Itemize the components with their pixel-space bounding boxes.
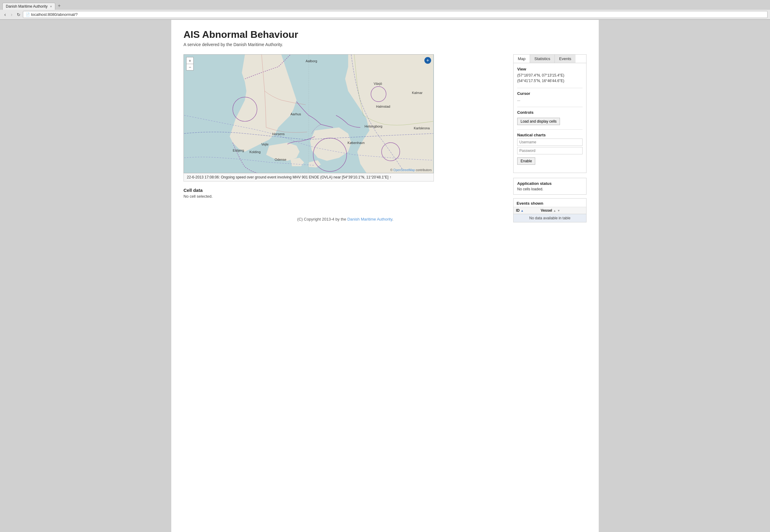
footer: (C) Copyright 2013-4 by the Danish Marit… — [183, 217, 507, 228]
svg-text:Aalborg: Aalborg — [306, 59, 317, 63]
cell-data-value: No cell selected. — [183, 194, 507, 199]
back-button[interactable]: ‹ — [2, 11, 8, 18]
attribution-suffix: contributors — [415, 168, 432, 172]
view-line1: (57°16'07.4"N, 07°13'15.4"E) — [517, 73, 583, 78]
username-input[interactable] — [517, 138, 583, 146]
svg-text:Kalmar: Kalmar — [412, 91, 423, 95]
view-line2: (54°41'17.5"N, 16°46'44.6"E) — [517, 78, 583, 84]
id-sort-arrow: ▲ — [520, 209, 523, 212]
svg-text:Helsingborg: Helsingborg — [365, 124, 382, 128]
panel-tabs: Map Statistics Events — [513, 54, 587, 63]
map-attribution: © OpenStreetMap contributors — [390, 168, 432, 172]
svg-text:København: København — [347, 141, 365, 145]
status-message: 22-6-2013 17:08:06: Ongoing speed over g… — [187, 175, 391, 179]
left-panel: Aalborg Växjö Halmstad Kalmar Aarhus Hel… — [183, 54, 507, 228]
divider-3 — [517, 129, 583, 130]
cell-data-title: Cell data — [183, 188, 507, 193]
zoom-out-button[interactable]: − — [186, 64, 194, 70]
events-shown-title: Events shown — [513, 199, 586, 207]
panel-body: View (57°16'07.4"N, 07°13'15.4"E) (54°41… — [513, 63, 587, 173]
password-input[interactable] — [517, 147, 583, 154]
page-icon: 📄 — [26, 13, 30, 16]
tab-title: Danish Maritime Authority — [6, 4, 48, 9]
map-svg: Aalborg Växjö Halmstad Kalmar Aarhus Hel… — [184, 55, 434, 173]
events-table: ID ▲ Vessel ▲ ▼ — [513, 207, 586, 222]
cursor-title: Cursor — [517, 91, 583, 96]
browser-chrome: Danish Maritime Authority × + ‹ › ↻ 📄 lo… — [0, 0, 770, 20]
view-section: View (57°16'07.4"N, 07°13'15.4"E) (54°41… — [517, 67, 583, 84]
attribution-prefix: © — [390, 168, 393, 172]
map-container[interactable]: Aalborg Växjö Halmstad Kalmar Aarhus Hel… — [183, 54, 434, 173]
events-col-vessel[interactable]: Vessel ▲ ▼ — [538, 207, 586, 214]
events-table-header-row: ID ▲ Vessel ▲ ▼ — [513, 207, 586, 214]
svg-text:Växjö: Växjö — [374, 82, 382, 85]
browser-tab[interactable]: Danish Maritime Authority × — [2, 3, 55, 10]
footer-text-before: (C) Copyright 2013-4 by the — [297, 217, 347, 221]
forward-button[interactable]: › — [9, 11, 14, 18]
map-expand-button[interactable]: + — [424, 57, 431, 64]
controls-title: Controls — [517, 110, 583, 115]
svg-text:Halmstad: Halmstad — [376, 105, 390, 108]
url-text: localhost:8080/abnormal/? — [31, 12, 78, 17]
events-section: Events shown ID ▲ Vessel ▲ — [513, 198, 587, 222]
footer-link[interactable]: Danish Maritime Authority — [347, 217, 392, 221]
vessel-sort-down[interactable]: ▼ — [557, 209, 560, 212]
osm-link[interactable]: OpenStreetMap — [393, 168, 415, 172]
svg-text:Karlskrona: Karlskrona — [414, 126, 430, 130]
page-subtitle: A service delivered by the Danish Mariti… — [183, 42, 587, 47]
no-data-row: No data available in table — [513, 214, 586, 222]
svg-text:Esbjerg: Esbjerg — [233, 149, 244, 152]
address-bar[interactable]: 📄 localhost:8080/abnormal/? — [23, 11, 768, 18]
load-cells-button[interactable]: Load and display cells — [517, 118, 560, 125]
refresh-button[interactable]: ↻ — [16, 12, 22, 18]
right-panel: Map Statistics Events View (57°16'07.4"N… — [513, 54, 587, 222]
svg-text:Kolding: Kolding — [250, 150, 261, 154]
no-data-cell: No data available in table — [513, 214, 586, 222]
tab-statistics[interactable]: Statistics — [530, 55, 555, 63]
svg-text:Vejle: Vejle — [261, 142, 269, 146]
svg-text:Horsens: Horsens — [272, 132, 285, 136]
footer-text-after: . — [392, 217, 394, 221]
controls-section: Controls Load and display cells — [517, 110, 583, 125]
cursor-value: ... — [517, 97, 583, 102]
app-status-section: Application status No cells loaded. — [513, 178, 587, 195]
tab-events[interactable]: Events — [555, 55, 575, 63]
zoom-in-button[interactable]: + — [186, 57, 194, 64]
zoom-controls: + − — [186, 57, 194, 70]
app-status-value: No cells loaded. — [517, 187, 583, 191]
app-status-title: Application status — [517, 181, 583, 186]
tab-map[interactable]: Map — [513, 55, 530, 63]
main-content: Aalborg Växjö Halmstad Kalmar Aarhus Hel… — [183, 54, 587, 228]
cell-data-section: Cell data No cell selected. — [183, 188, 507, 199]
cursor-section: Cursor ... — [517, 91, 583, 102]
tab-bar: Danish Maritime Authority × + — [0, 0, 770, 10]
svg-text:Aarhus: Aarhus — [290, 112, 301, 116]
view-title: View — [517, 67, 583, 71]
page-title: AIS Abnormal Behaviour — [183, 29, 587, 40]
tab-close-button[interactable]: × — [50, 5, 52, 8]
nautical-charts-title: Nautical charts — [517, 133, 583, 137]
vessel-sort-up[interactable]: ▲ — [553, 209, 556, 212]
svg-text:Odense: Odense — [275, 158, 286, 161]
enable-button[interactable]: Enable — [517, 157, 535, 165]
divider-2 — [517, 107, 583, 107]
nautical-charts-section: Nautical charts Enable — [517, 133, 583, 165]
page-wrapper: AIS Abnormal Behaviour A service deliver… — [171, 20, 599, 532]
events-col-id[interactable]: ID ▲ — [513, 207, 538, 214]
new-tab-button[interactable]: + — [55, 2, 63, 10]
status-bar: 22-6-2013 17:08:06: Ongoing speed over g… — [183, 173, 434, 182]
nav-bar: ‹ › ↻ 📄 localhost:8080/abnormal/? — [0, 10, 770, 20]
